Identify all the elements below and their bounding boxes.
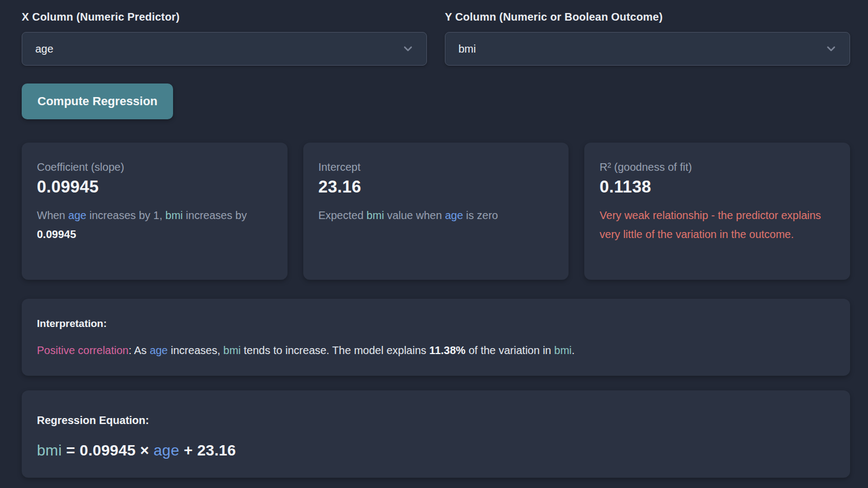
x-column-field: X Column (Numeric Predictor) age [22, 11, 427, 66]
chevron-down-icon [401, 42, 414, 55]
text-segment: age [68, 209, 86, 221]
y-column-field: Y Column (Numeric or Boolean Outcome) bm… [445, 11, 850, 66]
intercept-card: Intercept 23.16 Expected bmi value when … [303, 143, 569, 280]
x-column-label: X Column (Numeric Predictor) [22, 11, 427, 23]
y-column-label: Y Column (Numeric or Boolean Outcome) [445, 11, 850, 23]
regression-equation-formula: bmi = 0.09945 × age + 23.16 [37, 442, 835, 459]
column-select-row: X Column (Numeric Predictor) age Y Colum… [22, 11, 850, 66]
coefficient-card: Coefficient (slope) 0.09945 When age inc… [22, 143, 288, 280]
r-squared-card: R² (goodness of fit) 0.1138 Very weak re… [584, 143, 850, 280]
text-segment: increases by 1, [86, 209, 165, 221]
text-segment: bmi [37, 442, 62, 459]
card-title: R² (goodness of fit) [599, 161, 835, 174]
coefficient-value: 0.09945 [37, 177, 272, 197]
text-segment: 11.38% [429, 344, 465, 356]
interpretation-heading: Interpretation: [37, 318, 835, 330]
intercept-value: 23.16 [318, 177, 554, 197]
text-segment: age [445, 209, 463, 221]
text-segment: Expected [318, 209, 367, 221]
coefficient-description: When age increases by 1, bmi increases b… [37, 206, 272, 244]
r-squared-value: 0.1138 [599, 177, 835, 197]
text-segment: bmi [165, 209, 183, 221]
text-segment: 0.09945 [37, 228, 76, 240]
card-title: Intercept [318, 161, 554, 174]
text-segment: age [154, 442, 180, 459]
text-segment: bmi [367, 209, 384, 221]
card-title: Coefficient (slope) [37, 161, 272, 174]
text-segment: age [150, 344, 168, 356]
interpretation-text: Positive correlation: As age increases, … [37, 343, 835, 357]
text-segment: value when [384, 209, 445, 221]
chevron-down-icon [825, 42, 838, 55]
regression-equation-panel: Regression Equation: bmi = 0.09945 × age… [22, 390, 850, 478]
text-segment: increases by [183, 209, 247, 221]
regression-results-page: X Column (Numeric Predictor) age Y Colum… [0, 0, 868, 478]
regression-equation-heading: Regression Equation: [37, 414, 835, 427]
interpretation-panel: Interpretation: Positive correlation: As… [22, 299, 850, 376]
text-segment: bmi [554, 344, 572, 356]
x-column-select[interactable]: age [22, 32, 427, 66]
text-segment: = 0.09945 × [62, 442, 154, 459]
stat-cards-row: Coefficient (slope) 0.09945 When age inc… [22, 143, 850, 280]
text-segment: tends to increase. The model explains [241, 344, 430, 356]
text-segment: . [572, 344, 575, 356]
text-segment: of the variation in [465, 344, 554, 356]
intercept-description: Expected bmi value when age is zero [318, 206, 554, 225]
text-segment: Very weak relationship - the predictor e… [599, 209, 821, 240]
text-segment: + 23.16 [180, 442, 236, 459]
y-column-select-value: bmi [458, 43, 476, 55]
text-segment: : As [129, 344, 150, 356]
r-squared-description: Very weak relationship - the predictor e… [599, 206, 835, 244]
x-column-select-value: age [35, 43, 53, 55]
text-segment: When [37, 209, 68, 221]
text-segment: is zero [463, 209, 498, 221]
text-segment: bmi [224, 344, 241, 356]
text-segment: Positive correlation [37, 344, 129, 356]
y-column-select[interactable]: bmi [445, 32, 850, 66]
text-segment: increases, [168, 344, 223, 356]
compute-regression-button[interactable]: Compute Regression [22, 84, 173, 119]
